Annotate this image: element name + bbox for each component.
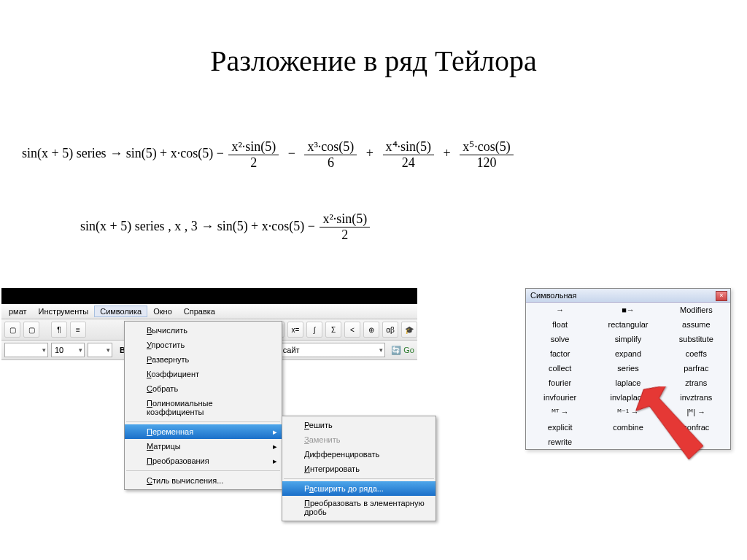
pal-invfourier[interactable]: invfourier: [526, 390, 594, 405]
pal-factor[interactable]: factor: [526, 346, 594, 361]
pal-assume[interactable]: assume: [662, 317, 730, 332]
submenu-solve[interactable]: Решить: [282, 418, 436, 432]
pal-invztrans[interactable]: invztrans: [662, 390, 730, 405]
pal-solve[interactable]: solve: [526, 332, 594, 346]
menu-poly-coeffs[interactable]: Полиномиальные коэффициенты: [125, 396, 282, 419]
go-button[interactable]: 🔄 Go: [391, 346, 414, 355]
pal-confrac[interactable]: confrac: [662, 420, 730, 435]
pal-fourier[interactable]: fourier: [526, 376, 594, 390]
menu-separator: [126, 421, 280, 422]
formula-lhs: sin(x + 5) series , x , 3 → sin(5) + x·c…: [80, 219, 318, 233]
submenu-partial-fraction[interactable]: Преобразовать в элементарную дробь: [282, 496, 436, 519]
lt-icon[interactable]: <: [344, 322, 360, 338]
hat-icon[interactable]: 🎓: [401, 322, 417, 338]
symbolic-palette[interactable]: Символьная × → ■→ Modifiers float rectan…: [525, 288, 731, 450]
pal-minverse[interactable]: ᴹ⁻¹ →: [594, 405, 662, 420]
term-3: x³·cos(5) 6: [304, 139, 357, 171]
formula-series-full: sin(x + 5) series → sin(5) + x·cos(5) − …: [22, 139, 515, 171]
pal-modifiers[interactable]: Modifiers: [662, 303, 730, 317]
pal-float[interactable]: float: [526, 317, 594, 332]
palette-grid: → ■→ Modifiers float rectangular assume …: [526, 303, 730, 449]
window-titlebar: [1, 288, 417, 304]
toolbar-button[interactable]: ¶: [51, 322, 67, 338]
menu-matrices[interactable]: Матрицы▸: [125, 439, 282, 454]
close-icon[interactable]: ×: [716, 291, 727, 301]
menu-separator: [126, 470, 280, 471]
pal-coeffs[interactable]: coeffs: [662, 346, 730, 361]
pal-mtranspose[interactable]: ᴹᵀ →: [526, 405, 594, 420]
alpha-icon[interactable]: αβ: [382, 322, 398, 338]
pal-block-arrow[interactable]: ■→: [594, 303, 662, 317]
pal-laplace[interactable]: laplace: [594, 376, 662, 390]
menu-simplify[interactable]: Упростить: [125, 338, 282, 352]
menu-evaluate[interactable]: Вычислить: [125, 323, 282, 338]
minus: −: [288, 146, 295, 160]
toolbar-button[interactable]: ▢: [23, 322, 39, 338]
toolbar-button[interactable]: ≡: [70, 322, 86, 338]
pal-empty: [662, 435, 730, 449]
submenu-differentiate[interactable]: Дифференцировать: [282, 447, 436, 462]
pal-simplify[interactable]: simplify: [594, 332, 662, 346]
formula-lhs: sin(x + 5) series → sin(5) + x·cos(5) −: [22, 146, 227, 160]
submenu-integrate[interactable]: Интегрировать: [282, 462, 436, 476]
menu-coefficient[interactable]: Коэффициент: [125, 367, 282, 381]
palette-title[interactable]: Символьная ×: [526, 289, 730, 303]
variable-submenu[interactable]: Решить Заменить Дифференцировать Интегри…: [282, 416, 436, 521]
menu-format[interactable]: рмат: [3, 306, 33, 317]
menu-window[interactable]: Окно: [147, 306, 178, 317]
term-2: x²·sin(5) 2: [228, 139, 279, 171]
sum-icon[interactable]: Σ: [325, 322, 341, 338]
menu-collect[interactable]: Собрать: [125, 381, 282, 396]
pal-combine[interactable]: combine: [594, 420, 662, 435]
style-combo[interactable]: [4, 343, 48, 357]
menu-variable[interactable]: Переменная▸: [125, 424, 282, 439]
pal-rewrite[interactable]: rewrite: [526, 435, 594, 449]
pal-expand[interactable]: expand: [594, 346, 662, 361]
pal-arrow[interactable]: →: [526, 303, 594, 317]
menu-symbolics[interactable]: Символика: [94, 306, 147, 317]
toolbar-button[interactable]: ▢: [4, 322, 20, 338]
submenu-substitute: Заменить: [282, 432, 436, 447]
pal-explicit[interactable]: explicit: [526, 420, 594, 435]
formula-series-truncated: sin(x + 5) series , x , 3 → sin(5) + x·c…: [80, 211, 371, 243]
bool-icon[interactable]: ⊕: [363, 322, 379, 338]
pal-empty: [594, 435, 662, 449]
term-5: x⁵·cos(5) 120: [460, 139, 513, 171]
pal-parfrac[interactable]: parfrac: [662, 361, 730, 376]
pal-ztrans[interactable]: ztrans: [662, 376, 730, 390]
menu-help[interactable]: Справка: [178, 306, 221, 317]
term-4: x⁴·sin(5) 24: [383, 139, 435, 171]
term-2: x²·sin(5) 2: [320, 211, 370, 243]
xeq-icon[interactable]: x=: [287, 322, 303, 338]
pal-substitute[interactable]: substitute: [662, 332, 730, 346]
integral-icon[interactable]: ∫: [306, 322, 322, 338]
fontsize-combo[interactable]: 10: [51, 343, 85, 357]
menubar[interactable]: рмат Инструменты Символика Окно Справка: [1, 304, 417, 319]
pal-collect[interactable]: collect: [526, 361, 594, 376]
plus: +: [444, 146, 451, 160]
pal-series[interactable]: series: [594, 361, 662, 376]
page-title: Разложение в ряд Тейлора: [0, 44, 747, 78]
pal-invlaplace[interactable]: invlaplace: [594, 390, 662, 405]
menu-tools[interactable]: Инструменты: [33, 306, 95, 317]
symbolics-menu[interactable]: Вычислить Упростить Развернуть Коэффицие…: [124, 321, 282, 490]
plus: +: [366, 146, 374, 160]
pal-rectangular[interactable]: rectangular: [594, 317, 662, 332]
pal-mdet[interactable]: |ᴹ| →: [662, 405, 730, 420]
menu-eval-style[interactable]: Стиль вычисления...: [125, 473, 282, 488]
submenu-expand-to-series[interactable]: Расширить до ряда...: [282, 481, 436, 496]
menu-transforms[interactable]: Преобразования▸: [125, 454, 282, 468]
menu-expand[interactable]: Развернуть: [125, 352, 282, 367]
menu-separator: [284, 478, 434, 479]
unknown-combo[interactable]: [88, 343, 112, 357]
